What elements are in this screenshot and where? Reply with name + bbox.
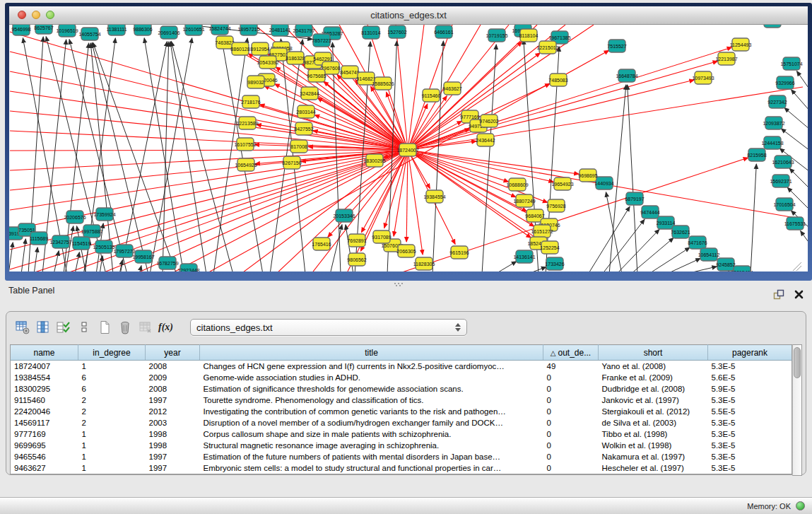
graph-node-yellow[interactable]: 7485083 — [548, 74, 567, 86]
graph-edge[interactable] — [34, 247, 37, 271]
graph-node-yellow[interactable]: 10973493 — [692, 71, 714, 84]
table-row[interactable]: 946554611997Estimation of the future num… — [11, 451, 792, 462]
graph-node-teal[interactable]: 10196519 — [56, 25, 78, 37]
graph-node-teal[interactable]: 20206576 — [64, 211, 86, 223]
graph-edge[interactable] — [751, 164, 756, 271]
graph-node-yellow[interactable]: 8912954 — [250, 42, 269, 55]
graph-edge[interactable] — [171, 42, 233, 271]
graph-edge[interactable] — [408, 47, 732, 150]
graph-edge[interactable] — [120, 42, 167, 271]
delete-column-icon[interactable] — [114, 318, 135, 337]
graph-node-teal[interactable]: 10719155 — [486, 29, 507, 42]
graph-edge[interactable] — [384, 150, 408, 228]
graph-node-teal[interactable]: 15751074 — [780, 57, 802, 70]
graph-edge[interactable] — [666, 258, 700, 271]
graph-edge[interactable] — [408, 150, 579, 174]
graph-node-teal[interactable]: 12610651 — [182, 25, 204, 35]
graph-node-teal[interactable]: 9329966 — [775, 76, 794, 89]
graph-node-yellow[interactable]: 9317089 — [372, 230, 391, 243]
graph-node-yellow[interactable]: 15885626 — [372, 77, 394, 90]
table-row[interactable]: 1456911722003Disruption of a novel membe… — [11, 417, 792, 428]
graph-node-teal[interactable]: 10654112 — [698, 248, 720, 261]
graph-node-yellow[interactable]: 18724007 — [396, 144, 418, 156]
graph-edge[interactable] — [789, 168, 808, 189]
table-row[interactable]: 946362711997Embryonic stem cells: a mode… — [11, 462, 792, 474]
graph-node-yellow[interactable]: 16151272 — [531, 225, 553, 238]
graph-edge[interactable] — [616, 229, 659, 271]
graph-node-teal[interactable]: 14055754 — [78, 28, 100, 40]
graph-edge[interactable] — [10, 32, 408, 150]
graph-node-teal[interactable]: 18039498 — [761, 25, 783, 28]
graph-edge[interactable] — [495, 262, 517, 271]
graph-node-teal[interactable]: 20481141 — [269, 25, 291, 36]
graph-node-yellow[interactable]: 8427552 — [294, 122, 313, 135]
graph-node-yellow[interactable]: 16107552 — [234, 138, 256, 151]
memory-status-indicator[interactable] — [796, 501, 805, 510]
graph-node-yellow[interactable]: 10543392 — [257, 56, 278, 69]
column-header-name[interactable]: name — [11, 345, 78, 361]
graph-node-yellow[interactable]: 817008 — [290, 140, 307, 153]
graph-edge[interactable] — [9, 243, 13, 271]
column-visibility-icon[interactable] — [33, 318, 53, 337]
graph-node-yellow[interactable]: 9806562 — [347, 253, 366, 266]
graph-edge[interactable] — [10, 150, 408, 210]
graph-edge[interactable] — [602, 219, 645, 271]
table-scrollbar[interactable] — [792, 344, 802, 476]
graph-edge[interactable] — [144, 38, 184, 271]
graph-node-yellow[interactable]: 8186328 — [286, 52, 305, 64]
graph-node-teal[interactable]: 7515527 — [607, 40, 626, 52]
graph-edge[interactable] — [801, 231, 808, 244]
graph-edge[interactable] — [54, 251, 59, 271]
graph-edge[interactable] — [21, 239, 25, 271]
graph-edge[interactable] — [482, 45, 496, 271]
graph-node-yellow[interactable]: 9756928 — [546, 199, 565, 212]
graph-node-teal[interactable]: 17359924 — [93, 208, 115, 221]
table-row[interactable]: 977716911998Corpus callosum shape and si… — [11, 428, 792, 440]
graph-node-yellow[interactable]: 19654923 — [551, 177, 573, 190]
graph-node-teal[interactable]: 8131014 — [361, 26, 380, 39]
graph-edge[interactable] — [10, 150, 408, 170]
graph-edge[interactable] — [588, 206, 630, 271]
resize-grip-icon[interactable] — [793, 262, 801, 271]
table-source-dropdown[interactable]: citations_edges.txt — [190, 319, 467, 336]
graph-node-yellow[interactable]: 11828305 — [413, 257, 435, 270]
graph-node-teal[interactable]: 12444158 — [761, 136, 783, 149]
graph-node-yellow[interactable]: 18300295 — [363, 154, 385, 167]
graph-node-yellow[interactable]: 9698695 — [578, 169, 597, 182]
graph-edge[interactable] — [170, 42, 206, 271]
graph-node-teal[interactable]: 8625767 — [34, 25, 53, 34]
graph-node-teal[interactable]: 20691406 — [158, 26, 180, 39]
column-header-year[interactable]: year — [146, 345, 200, 361]
graph-node-teal[interactable]: 9245852 — [716, 258, 735, 271]
graph-edge[interactable] — [139, 266, 141, 271]
graph-node-yellow[interactable]: 19384554 — [423, 190, 445, 203]
column-header-short[interactable]: short — [599, 345, 708, 361]
graph-node-yellow[interactable]: 8267150 — [282, 156, 301, 169]
graph-node-yellow[interactable]: 8118104 — [519, 29, 539, 42]
graph-node-yellow[interactable]: 2066305 — [396, 245, 416, 257]
graph-node-teal[interactable]: 12093872 — [763, 117, 784, 129]
network-graph[interactable]: 9546998862576710196519140557541138111198… — [9, 25, 808, 271]
graph-node-yellow[interactable]: 18807249 — [513, 194, 535, 207]
graph-edge[interactable] — [10, 131, 408, 150]
graph-node-teal[interactable]: 15692371 — [770, 175, 792, 187]
graph-node-teal[interactable]: 9886306 — [133, 25, 152, 35]
graph-node-yellow[interactable]: 9463627 — [442, 82, 461, 95]
graph-edge[interactable] — [628, 85, 637, 271]
graph-node-teal[interactable]: 9227342 — [767, 95, 787, 108]
panel-divider-grip[interactable] — [394, 283, 406, 287]
graph-node-yellow[interactable]: 989032 — [247, 76, 264, 88]
graph-edge[interactable] — [100, 256, 102, 271]
network-canvas[interactable]: 9546998862576710196519140557541138111198… — [9, 25, 808, 271]
graph-edge[interactable] — [134, 150, 408, 271]
column-header-out-de[interactable]: △out_de... — [543, 345, 599, 361]
graph-node-teal[interactable]: 7632621 — [671, 226, 690, 238]
column-check-icon[interactable] — [53, 318, 73, 337]
graph-node-teal[interactable]: 16782759 — [156, 257, 178, 269]
graph-node-yellow[interactable]: 2803144 — [296, 105, 315, 118]
graph-node-teal[interactable]: 17016504 — [773, 198, 795, 211]
graph-node-yellow[interactable]: 2436442 — [476, 134, 495, 146]
graph-node-yellow[interactable]: 7692891 — [347, 234, 366, 247]
graph-node-teal[interactable]: 12505135 — [93, 240, 114, 253]
graph-node-yellow[interactable]: 10688609 — [506, 178, 528, 191]
